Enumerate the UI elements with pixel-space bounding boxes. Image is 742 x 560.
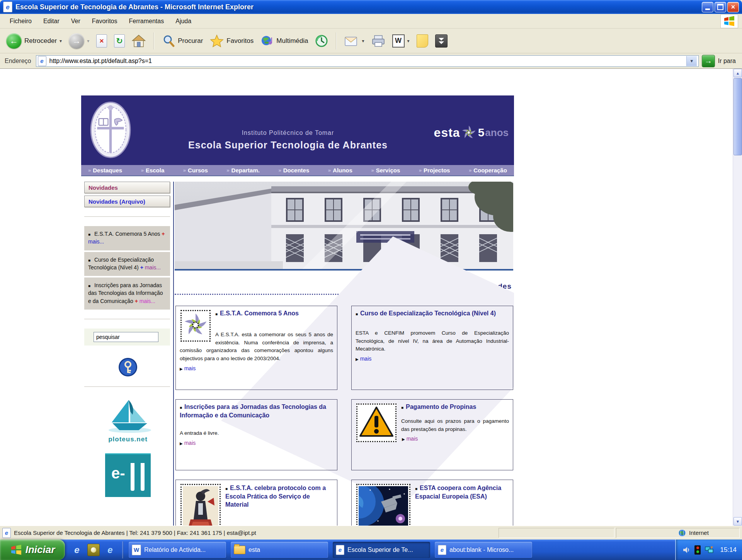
nav-item-destaques[interactable]: »Destaques bbox=[88, 167, 122, 174]
volume-icon[interactable] bbox=[682, 546, 691, 554]
notes-button[interactable] bbox=[414, 33, 431, 49]
address-field: e ▾ bbox=[36, 55, 699, 67]
e-u-bar bbox=[141, 463, 145, 491]
mais-link[interactable]: mais bbox=[184, 365, 196, 371]
forward-icon: → bbox=[69, 33, 84, 49]
card-title[interactable]: Curso de Especialização Tecnológica (Nív… bbox=[360, 310, 496, 317]
mail-dropdown-icon[interactable]: ▾ bbox=[362, 38, 364, 44]
menu-ajuda[interactable]: Ajuda bbox=[170, 15, 197, 27]
nav-item-cooperacao[interactable]: »Cooperação bbox=[469, 167, 507, 174]
e-u-logo[interactable]: e- bbox=[105, 453, 151, 497]
forward-dropdown-icon[interactable]: ▾ bbox=[87, 38, 89, 44]
ploteus-label[interactable]: ploteus.net bbox=[84, 436, 172, 443]
card-title[interactable]: E.S.T.A. Comemora 5 Anos bbox=[220, 310, 299, 317]
history-icon bbox=[315, 34, 328, 48]
nav-chevron-icon: » bbox=[183, 167, 186, 173]
key-link[interactable] bbox=[84, 357, 172, 377]
print-button[interactable] bbox=[369, 33, 388, 49]
network-icon[interactable] bbox=[705, 546, 714, 554]
address-input[interactable] bbox=[49, 57, 684, 65]
mais-link[interactable]: mais bbox=[184, 440, 196, 446]
restore-button[interactable] bbox=[715, 2, 726, 12]
history-button[interactable] bbox=[313, 33, 330, 49]
close-icon: × bbox=[731, 3, 735, 10]
nav-item-escola[interactable]: »Escola bbox=[141, 167, 165, 174]
back-dropdown-icon[interactable]: ▾ bbox=[60, 38, 62, 44]
stop-button[interactable]: × bbox=[94, 33, 109, 49]
toolbar-separator bbox=[153, 32, 154, 49]
go-button[interactable]: → Ir para bbox=[702, 55, 739, 67]
nav-chevron-icon: » bbox=[469, 167, 471, 173]
taskbar-window-aboutblank[interactable]: e about:blank - Microso... bbox=[435, 542, 532, 558]
vertical-scrollbar[interactable]: ▲ ▼ bbox=[733, 69, 742, 526]
scroll-up-button[interactable]: ▲ bbox=[733, 69, 742, 77]
mais-link[interactable]: mais bbox=[407, 436, 418, 442]
home-button[interactable] bbox=[129, 33, 148, 49]
nav-item-alunos[interactable]: »Alunos bbox=[328, 167, 352, 174]
address-dropdown-button[interactable]: ▾ bbox=[686, 56, 697, 66]
quicklaunch-show-desktop-icon[interactable] bbox=[87, 544, 100, 556]
nav-item-departam[interactable]: »Departam. bbox=[226, 167, 260, 174]
favorites-button[interactable]: Favoritos bbox=[208, 33, 256, 49]
sidebar-news-more-link[interactable]: mais... bbox=[88, 238, 104, 245]
card-title[interactable]: Inscrições para as Jornadas das Tecnolog… bbox=[180, 403, 326, 419]
card-title[interactable]: Pagamento de Propinas bbox=[406, 403, 476, 410]
card-title[interactable]: E.S.T.A. celebra protocolo com a Escola … bbox=[225, 485, 326, 508]
nav-item-docentes[interactable]: »Docentes bbox=[278, 167, 309, 174]
system-tray: 15:14 bbox=[675, 540, 742, 560]
menu-editar[interactable]: Editar bbox=[37, 15, 65, 27]
windows-flag-icon bbox=[10, 544, 22, 556]
mail-button[interactable]: ▾ bbox=[342, 34, 366, 48]
traffic-light-icon[interactable] bbox=[694, 545, 701, 555]
mais-link[interactable]: mais bbox=[360, 356, 372, 362]
quicklaunch-ie-icon[interactable]: e bbox=[71, 544, 83, 556]
sidebar-news-more-link[interactable]: mais... bbox=[145, 264, 161, 271]
site-header-titles: Instituto Politécnico de Tomar Escola Su… bbox=[135, 129, 441, 151]
card-title[interactable]: ESTA coopera com Agência Espacial Europe… bbox=[415, 485, 501, 500]
bullet-icon: ■ bbox=[215, 312, 218, 316]
status-bar: e Escola Superior de Tecnologia de Abran… bbox=[0, 526, 742, 540]
menu-ferramentas[interactable]: Ferramentas bbox=[123, 15, 170, 27]
scroll-up-icon: ▲ bbox=[736, 71, 740, 75]
menu-ficheiro[interactable]: Ficheiro bbox=[4, 15, 37, 27]
start-button[interactable]: Iniciar bbox=[0, 540, 65, 560]
menu-favoritos[interactable]: Favoritos bbox=[86, 15, 123, 27]
esta-star-icon bbox=[461, 125, 477, 140]
search-input[interactable] bbox=[94, 332, 158, 342]
news-card-jornadas: ■Inscrições para as Jornadas das Tecnolo… bbox=[175, 399, 337, 470]
taskbar-window-escola[interactable]: e Escola Superior de Te... bbox=[333, 542, 430, 558]
messenger-icon bbox=[435, 34, 448, 48]
media-button[interactable]: Multimédia bbox=[258, 33, 310, 49]
nav-chevron-icon: » bbox=[226, 167, 229, 173]
sidebar-news-more-link[interactable]: mais... bbox=[140, 298, 155, 304]
scrollbar-thumb[interactable] bbox=[733, 78, 742, 155]
scroll-down-button[interactable]: ▼ bbox=[733, 517, 742, 526]
minimize-button[interactable] bbox=[702, 2, 713, 12]
edit-dropdown-icon[interactable]: ▾ bbox=[407, 38, 410, 44]
taskbar-window-esta-folder[interactable]: esta bbox=[231, 542, 328, 558]
quicklaunch-msn-icon[interactable]: e bbox=[104, 544, 116, 556]
ie-window-icon: e bbox=[438, 545, 446, 555]
menu-ver[interactable]: Ver bbox=[65, 15, 86, 27]
edit-word-button[interactable]: W ▾ bbox=[390, 33, 412, 49]
search-button[interactable]: Procurar bbox=[160, 33, 205, 49]
status-text: Escola Superior de Tecnologia de Abrante… bbox=[14, 529, 256, 536]
nav-item-servicos[interactable]: »Serviços bbox=[371, 167, 400, 174]
search-icon bbox=[162, 34, 175, 48]
sidebar-news-title: Curso de Especialização Tecnológica (Nív… bbox=[88, 257, 154, 271]
refresh-button[interactable]: ↻ bbox=[112, 33, 127, 49]
nav-item-cursos[interactable]: »Cursos bbox=[183, 167, 208, 174]
menu-bar: Ficheiro Editar Ver Favoritos Ferramenta… bbox=[0, 14, 742, 29]
taskbar-window-relatorio[interactable]: W Relatório de Activida... bbox=[129, 542, 226, 558]
messenger-button[interactable] bbox=[433, 33, 450, 49]
favorites-label: Favoritos bbox=[226, 37, 254, 45]
sidebar-news-item: ■ Curso de Especialização Tecnológica (N… bbox=[84, 252, 170, 276]
e-u-bar bbox=[131, 463, 134, 491]
forward-button[interactable]: → ▾ bbox=[66, 32, 92, 50]
ploteus-link[interactable] bbox=[84, 396, 172, 435]
nav-item-projectos[interactable]: »Projectos bbox=[419, 167, 450, 174]
close-button[interactable]: × bbox=[727, 2, 739, 12]
back-button[interactable]: ← Retroceder ▾ bbox=[4, 32, 64, 50]
sidebar-item-novidades-arquivo[interactable]: Novidades (Arquivo) bbox=[84, 196, 170, 207]
sidebar-item-novidades[interactable]: Novidades bbox=[84, 182, 170, 193]
